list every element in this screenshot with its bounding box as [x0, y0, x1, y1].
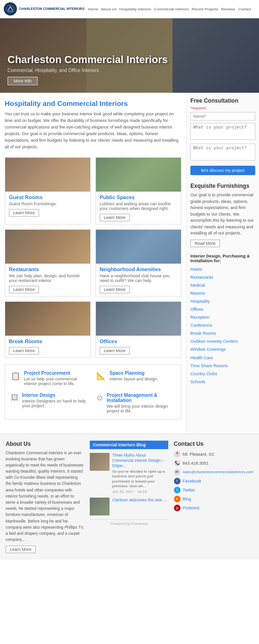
service-interior-design-desc: Interior Designers on hand to help your … — [22, 399, 90, 408]
phone-icon: 📞 — [174, 460, 181, 467]
nav-contact[interactable]: Contact — [238, 7, 251, 11]
contact-email-text: sales@charlestoncommercialinteriors.com — [183, 470, 253, 474]
footer-about-text: Charleston Commercial Interiors is an ev… — [6, 450, 84, 543]
nav-about[interactable]: About Us — [101, 7, 117, 11]
blog-item-0[interactable]: Three Myths About Commercial Interior De… — [90, 453, 168, 494]
service-interior-design: 🖼 Interior Design Interior Designers on … — [11, 393, 90, 413]
sidebar-link-country-clubs[interactable]: Country Clubs — [190, 370, 255, 378]
pinterest-icon: p — [174, 505, 181, 511]
sidebar-link-resorts[interactable]: Resorts — [190, 290, 255, 298]
card-break-rooms-learn-btn[interactable]: Learn More — [9, 347, 39, 354]
card-public-spaces: Public Spaces Lobbies and waiting areas … — [95, 157, 181, 225]
card-public-spaces-learn-btn[interactable]: Learn More — [100, 214, 130, 221]
contact-item-blog[interactable]: b Blog — [174, 496, 253, 502]
sidebar-link-hotels[interactable]: Hotels — [190, 266, 255, 274]
contact-item-email[interactable]: ✉ sales@charlestoncommercialinteriors.co… — [174, 469, 253, 475]
nav-hospitality[interactable]: Hospitality Interiors — [119, 7, 151, 11]
form-name-input[interactable] — [190, 112, 255, 121]
sidebar-link-conference[interactable]: Conference — [190, 322, 255, 330]
sidebar: Free Consultation *required let's discus… — [186, 93, 259, 434]
blog-item-0-title: Three Myths About Commercial Interior De… — [112, 453, 168, 468]
content-column: Hospitality and Commercial Interiors You… — [0, 93, 186, 434]
footer-contact: Contact Us 📍 Mt. Pleasant, SC 📞 843.418.… — [174, 441, 253, 554]
blog-item-1-title: Clarkson welcomes the new ... — [112, 498, 166, 503]
sidebar-link-outdoor-amenity[interactable]: Outdoor Amenity Centers — [190, 338, 255, 346]
service-project-procurement-desc: Let us help your commercial interior pro… — [24, 377, 90, 386]
service-project-management-desc: We will bring your interior design proje… — [107, 404, 175, 413]
blog-item-1[interactable]: Clarkson welcomes the new ... — [90, 498, 168, 515]
card-neighborhood-amenities-image — [96, 230, 181, 264]
location-icon: 📍 — [174, 451, 181, 458]
nav-projects[interactable]: Recent Projects — [192, 7, 218, 11]
footer-about: About Us Charleston Commercial Interiors… — [6, 441, 84, 554]
card-public-spaces-image — [96, 158, 181, 192]
logo-svg — [6, 5, 15, 13]
card-offices-learn-btn[interactable]: Learn More — [100, 347, 130, 354]
form-required-label: *required — [190, 106, 255, 110]
interior-list-section: Interior Design, Purchasing & Installati… — [190, 254, 255, 386]
exquisite-furnishings-section: Exquisite Furnishings Our goal is to pro… — [190, 183, 255, 247]
interior-list-heading: Interior Design, Purchasing & Installati… — [190, 254, 255, 263]
powered-by: Powered by Feedwind — [90, 519, 168, 526]
nav-commercial[interactable]: Commercial Interiors — [154, 7, 189, 11]
section-text: You can trust us to make your business i… — [5, 111, 181, 151]
sidebar-link-window-coverings[interactable]: Window Coverings — [190, 346, 255, 354]
footer-about-heading: About Us — [6, 441, 84, 447]
card-restaurants-desc: We can help plan, design, and furnish yo… — [9, 274, 86, 283]
card-guest-rooms-title: Guest Rooms — [9, 194, 86, 200]
sidebar-link-time-share[interactable]: Time Share Resorts — [190, 362, 255, 370]
form-project-input-2[interactable] — [190, 144, 255, 161]
service-project-procurement-title: Project Procurement — [24, 370, 90, 376]
sidebar-link-hospitality[interactable]: Hospitality — [190, 298, 255, 306]
card-restaurants: Restaurants We can help plan, design, an… — [5, 229, 91, 297]
hero-title: Charleston Commercial Interiors — [8, 54, 251, 66]
contact-item-facebook[interactable]: f Facebook — [174, 478, 253, 484]
sidebar-link-break-rooms[interactable]: Break Rooms — [190, 330, 255, 338]
project-procurement-icon: 📋 — [11, 371, 20, 380]
sidebar-link-restaurants[interactable]: Restaurants — [190, 274, 255, 282]
nav-home[interactable]: Home — [88, 7, 98, 11]
contact-facebook-text: Facebook — [183, 479, 202, 483]
hero-subtitle: Commercial, Hospitality, and Office Inte… — [8, 68, 251, 73]
sidebar-link-schools[interactable]: Schools — [190, 378, 255, 386]
logo[interactable]: CHARLESTON COMMERCIAL INTERIORS — [4, 2, 85, 16]
logo-icon — [4, 2, 17, 16]
contact-item-twitter[interactable]: t Twitter — [174, 487, 253, 493]
footer-blog: Commercial Interiors Blog Three Myths Ab… — [90, 441, 168, 554]
contact-phone-text: 843.418.3051 — [183, 461, 209, 466]
card-neighborhood-amenities-learn-btn[interactable]: Learn More — [100, 286, 130, 293]
contact-item-pinterest[interactable]: p Pinterest — [174, 505, 253, 511]
blog-item-1-content: Clarkson welcomes the new ... — [112, 498, 166, 515]
sidebar-link-offices[interactable]: Offices — [190, 306, 255, 314]
footer: About Us Charleston Commercial Interiors… — [0, 434, 259, 560]
space-planning-icon: 📐 — [96, 371, 106, 380]
form-project-input-1[interactable] — [190, 123, 255, 140]
footer-about-learn-btn[interactable]: Learn More — [6, 546, 36, 553]
email-icon: ✉ — [174, 469, 181, 475]
service-space-planning-desc: Interior layout and design. — [110, 377, 158, 381]
card-grid: Guest Rooms Guest Room Furnishings. Lear… — [5, 157, 181, 358]
service-interior-design-title: Interior Design — [22, 393, 90, 398]
sidebar-link-reception[interactable]: Reception — [190, 314, 255, 322]
furnishings-text: Our goal is to provide commercial grade … — [190, 192, 255, 237]
sidebar-link-medical[interactable]: Medical — [190, 282, 255, 290]
hero-more-info-button[interactable]: More Info — [8, 77, 38, 85]
form-submit-button[interactable]: let's discuss my project — [190, 166, 255, 175]
logo-text: CHARLESTON COMMERCIAL INTERIORS — [19, 7, 85, 11]
card-offices: Offices Learn More — [95, 301, 181, 358]
card-break-rooms-title: Break Rooms — [9, 338, 86, 344]
card-restaurants-learn-btn[interactable]: Learn More — [9, 286, 39, 293]
service-project-procurement: 📋 Project Procurement Let us help your c… — [11, 370, 90, 386]
card-break-rooms-image — [5, 302, 90, 336]
service-space-planning-title: Space Planning — [110, 370, 158, 376]
nav-reviews[interactable]: Reviews — [221, 7, 235, 11]
main-area: Hospitality and Commercial Interiors You… — [0, 93, 259, 434]
interior-design-icon: 🖼 — [11, 394, 18, 402]
card-offices-image — [96, 302, 181, 336]
contact-twitter-text: Twitter — [183, 488, 196, 492]
project-management-icon: ⚙ — [96, 394, 103, 402]
furnishings-read-more-button[interactable]: Read More — [190, 240, 220, 247]
sidebar-link-health-care[interactable]: Health Care — [190, 354, 255, 362]
card-guest-rooms-learn-btn[interactable]: Learn More — [9, 209, 39, 217]
blog-thumb-0 — [90, 453, 110, 471]
